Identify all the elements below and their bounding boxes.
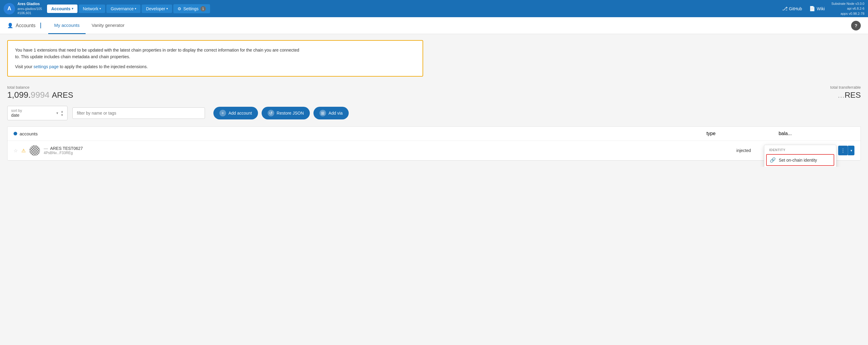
total-balance-label: total balance [7, 85, 73, 90]
transferrable-value: ...RES [830, 90, 861, 100]
toolbar-buttons: ＋ Add account ↺ Restore JSON ⊞ Add via [213, 107, 349, 119]
network-nav-button[interactable]: Network ▾ [79, 4, 105, 13]
link-icon: 🔗 [770, 157, 776, 163]
brand-logo: A [4, 3, 15, 15]
github-button[interactable]: ⎇ GitHub [779, 4, 805, 13]
accounts-icon: 👤 [7, 23, 13, 28]
subnav-section: 👤 Accounts [7, 23, 41, 28]
wiki-button[interactable]: 📄 Wiki [806, 4, 828, 13]
governance-nav-button[interactable]: Governance ▾ [106, 4, 141, 13]
sort-arrows: ▲▼ [61, 110, 64, 117]
alert-text-3: Visit your settings page to apply the up… [15, 63, 415, 70]
top-navigation: A Ares Gladios ares-gladios/105 #106,601… [0, 0, 868, 17]
chevron-down-icon: ▾ [99, 7, 101, 10]
balance-row: total balance 1,099.9994 ARES total tran… [7, 85, 861, 100]
filter-input[interactable] [72, 107, 205, 119]
sort-value: date [11, 113, 54, 118]
node-info: Substrate Node v3.0.0 api v6.8.2-6 apps … [832, 1, 864, 16]
more-button-group: ⋮ ▾ [838, 146, 855, 155]
alert-banner: You have 1 extensions that need to be up… [7, 40, 423, 77]
warning-icon: ⚠ [22, 148, 26, 153]
accounts-table: accounts type bala... ☆ ⚠ — ARES TEST062… [7, 126, 861, 161]
identity-section-label: IDENTITY [764, 145, 836, 153]
developer-nav-button[interactable]: Developer ▾ [142, 4, 172, 13]
total-balance-block: total balance 1,099.9994 ARES [7, 85, 73, 100]
more-dropdown-button[interactable]: ▾ [848, 146, 855, 155]
set-onchain-identity-item[interactable]: 🔗 Set on-chain identity [766, 154, 834, 166]
col-type-header: type [693, 131, 729, 136]
col-balance-header: bala... [732, 131, 792, 136]
table-row: ☆ ⚠ — ARES TEST0627 4PsBNv...F33REg inje… [7, 141, 861, 161]
tab-my-accounts[interactable]: My accounts [48, 17, 86, 34]
toolbar: sort by date ▾ ▲▼ ＋ Add account ↺ Restor… [7, 106, 861, 120]
total-balance-value: 1,099.9994 ARES [7, 90, 73, 100]
header-dot [13, 132, 17, 136]
restore-icon: ↺ [268, 110, 274, 116]
sort-label: sort by [11, 109, 54, 113]
add-via-button[interactable]: ⊞ Add via [313, 107, 349, 119]
star-button[interactable]: ☆ [13, 148, 18, 153]
brand-text: Ares Gladios ares-gladios/105 #106,601 [18, 2, 42, 15]
github-icon: ⎇ [782, 6, 787, 11]
account-info: — ARES TEST0627 4PsBNv...F33REg [44, 146, 722, 155]
chevron-down-icon: ▾ [72, 7, 73, 10]
settings-nav-button[interactable]: ⚙ Settings 1 [173, 4, 210, 13]
table-header: accounts type bala... [7, 127, 861, 141]
settings-page-link[interactable]: settings page [33, 64, 59, 69]
wiki-icon: 📄 [809, 6, 815, 11]
alert-text-1: You have 1 extensions that need to be up… [15, 47, 415, 53]
avatar [29, 145, 40, 156]
table-title: accounts [20, 131, 690, 136]
chevron-down-icon: ▾ [56, 111, 58, 115]
transferrable-balance-block: total transferrable ...RES [830, 85, 861, 100]
grid-icon: ⊞ [319, 110, 326, 116]
add-account-button[interactable]: ＋ Add account [213, 107, 258, 119]
accounts-nav-button[interactable]: Accounts ▾ [47, 4, 78, 13]
settings-badge: 1 [200, 6, 206, 11]
more-options-button[interactable]: ⋮ [838, 146, 848, 155]
set-subidentities-item[interactable]: ⊡ Set on-chain sub-identities [764, 167, 836, 167]
main-content: You have 1 extensions that need to be up… [0, 34, 868, 167]
account-name: — ARES TEST0627 [44, 146, 722, 151]
brand-sub2: #106,601 [18, 11, 42, 15]
restore-json-button[interactable]: ↺ Restore JSON [261, 107, 310, 119]
brand-sub1: ares-gladios/105 [18, 7, 42, 11]
chevron-down-icon: ▾ [135, 7, 136, 10]
sort-dropdown[interactable]: sort by date ▾ ▲▼ [7, 106, 67, 120]
transferrable-label: total transferrable [830, 85, 861, 90]
plus-icon: ＋ [219, 110, 226, 116]
help-button[interactable]: ? [851, 21, 861, 30]
dropdown-menu: IDENTITY 🔗 Set on-chain identity ⊡ Set o… [764, 145, 836, 167]
chevron-down-icon: ▾ [166, 7, 168, 10]
tab-vanity-generator[interactable]: Vanity generator [86, 17, 130, 34]
brand-name: Ares Gladios [18, 2, 42, 7]
account-type: injected [725, 148, 762, 153]
brand: A Ares Gladios ares-gladios/105 #106,601 [4, 2, 46, 15]
subnav-tabs: My accounts Vanity generator [48, 17, 130, 34]
subnav-section-label: Accounts [16, 23, 36, 28]
alert-text-2: to. This update includes chain metadata … [15, 53, 415, 60]
account-address: 4PsBNv...F33REg [44, 151, 722, 155]
sub-navigation: 👤 Accounts My accounts Vanity generator … [0, 17, 868, 34]
